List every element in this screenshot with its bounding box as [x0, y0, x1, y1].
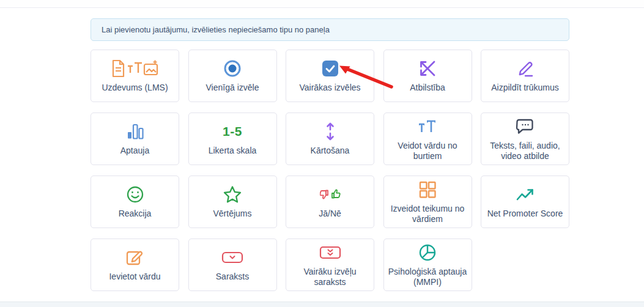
card-aptauja[interactable]: Aptauja: [91, 113, 179, 165]
card-label: Izveidot teikumu no vārdiem: [388, 204, 468, 224]
card-likerta-skala[interactable]: 1-5 Likerta skala: [188, 113, 277, 165]
card-label: Vērtējums: [213, 209, 251, 219]
card-ievietot-vardu[interactable]: Ievietot vārdu: [91, 239, 179, 291]
trend-up-arrow-icon: [516, 185, 535, 204]
grid-squares-icon: [418, 180, 437, 199]
info-banner-text: Lai pievienotu jautājumu, izvēlieties ne…: [102, 25, 330, 34]
card-vertejums[interactable]: Vērtējums: [188, 176, 277, 228]
card-label: Atbilstība: [410, 83, 445, 93]
card-label: Vienīgā izvēle: [206, 83, 259, 93]
card-label: Jā/Nē: [319, 209, 341, 219]
card-vieniga-izvele[interactable]: Vienīgā izvēle: [188, 50, 277, 102]
card-vairaku-izvelu-saraksts[interactable]: Vairāku izvēļu saraksts: [286, 239, 374, 291]
card-atbilstiba[interactable]: Atbilstība: [383, 50, 472, 102]
card-label: Saraksts: [216, 272, 249, 282]
card-vairakas-izveles[interactable]: Vairākas izvēles: [286, 50, 374, 102]
star-icon: [223, 185, 242, 204]
card-label: Veidot vārdu no burtiem: [388, 141, 468, 161]
card-kartosana[interactable]: Kārtošana: [286, 113, 374, 165]
document-text-image-icons: [111, 59, 159, 78]
crossed-arrows-icon: [418, 59, 437, 78]
multi-dropdown-select-icon: [319, 243, 341, 262]
card-veidot-vardu-no-burtiem[interactable]: Veidot vārdu no burtiem: [383, 113, 472, 165]
card-izveidot-teikumu-no-vardiem[interactable]: Izveidot teikumu no vārdiem: [383, 176, 472, 228]
card-uzdevums-lms[interactable]: Uzdevums (LMS): [91, 50, 179, 102]
card-label: Net Promoter Score: [487, 209, 563, 219]
card-label: Aptauja: [120, 146, 149, 156]
card-label: Psiholoģiskā aptauja (MMPI): [388, 267, 468, 287]
thumbs-up-down-icon: [320, 185, 341, 204]
card-label: Uzdevums (LMS): [102, 83, 168, 93]
question-type-grid: Uzdevums (LMS) Vienīgā izvēle Vairākas i…: [91, 50, 569, 291]
top-divider: [0, 0, 644, 8]
bottom-section-divider: [0, 301, 644, 307]
edit-square-icon: [125, 248, 145, 267]
likert-scale-text: 1-5: [223, 122, 242, 141]
card-reakcija[interactable]: Reakcija: [91, 176, 179, 228]
card-ja-ne[interactable]: Jā/Nē: [286, 176, 374, 228]
card-label: Vairāku izvēļu saraksts: [290, 267, 370, 287]
card-label: Aizpildīt trūkumus: [491, 83, 558, 93]
card-teksts-faili-audio-video[interactable]: Teksts, faili, audio, video atbilde: [481, 113, 569, 165]
pencil-underline-icon: [516, 59, 535, 78]
smiley-face-icon: [126, 185, 144, 204]
card-aizpildit-trukumus[interactable]: Aizpildīt trūkumus: [481, 50, 569, 102]
radio-button-icon: [223, 59, 242, 78]
letters-tt-icon: [417, 117, 438, 136]
card-label: Vairākas izvēles: [299, 83, 360, 93]
card-label: Reakcija: [119, 209, 152, 219]
card-label: Ievietot vārdu: [109, 272, 160, 282]
pie-chart-icon: [418, 243, 437, 262]
bar-chart-icon: [126, 122, 144, 141]
checkbox-checked-icon: [321, 59, 339, 78]
card-label: Kārtošana: [311, 146, 350, 156]
sort-up-down-arrows-icon: [324, 122, 336, 141]
card-net-promoter-score[interactable]: Net Promoter Score: [481, 176, 569, 228]
card-saraksts[interactable]: Saraksts: [188, 239, 277, 291]
dropdown-select-icon: [221, 248, 243, 267]
card-label: Likerta skala: [209, 146, 257, 156]
card-label: Teksts, faili, audio, video atbilde: [485, 141, 565, 161]
speech-bubble-icon: [516, 117, 535, 136]
card-psihologiska-aptauja-mmpi[interactable]: Psiholoģiskā aptauja (MMPI): [383, 239, 472, 291]
info-banner: Lai pievienotu jautājumu, izvēlieties ne…: [91, 18, 569, 41]
